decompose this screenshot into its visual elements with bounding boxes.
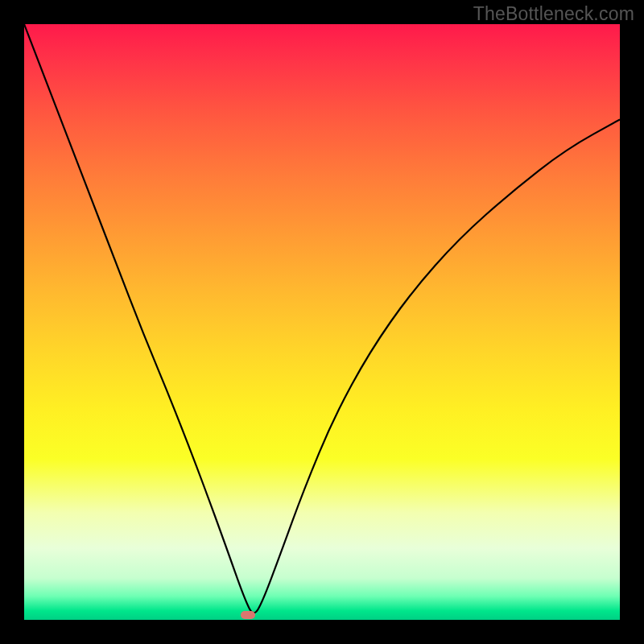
plot-area [24,24,620,620]
optimum-marker [241,611,255,619]
chart-frame: TheBottleneck.com [0,0,644,644]
watermark-text: TheBottleneck.com [473,3,634,25]
curve-path [24,24,620,613]
bottleneck-curve [24,24,620,620]
